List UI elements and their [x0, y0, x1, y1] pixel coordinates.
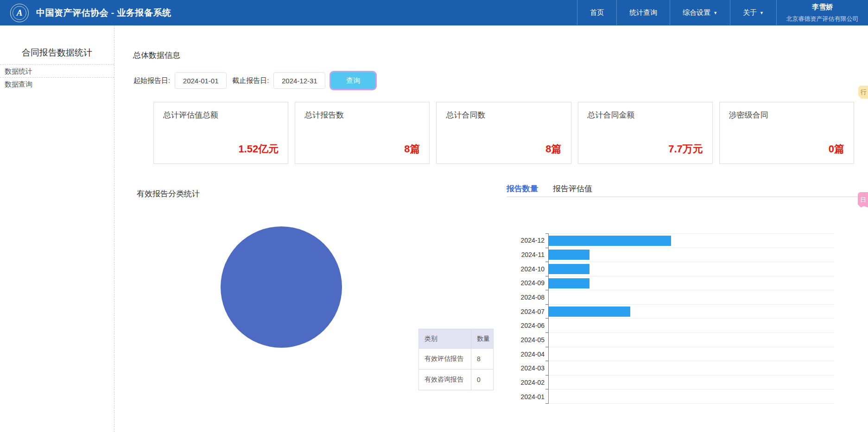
bar — [549, 307, 630, 317]
bar-axis-label: 2024-06 — [489, 319, 545, 333]
stat-card-value: 8篇 — [545, 142, 561, 156]
stat-card-value: 1.52亿元 — [238, 142, 279, 156]
nav-item-label: 首页 — [590, 8, 604, 17]
bar-axis-label: 2024-09 — [489, 276, 545, 290]
nav-item-home[interactable]: 首页 — [577, 0, 616, 25]
tab-report-value[interactable]: 报告评估值 — [553, 183, 592, 194]
bar — [549, 264, 589, 274]
table-row: 有效评估报告8 — [419, 349, 494, 369]
nav-item-statistics-query[interactable]: 统计查询 — [616, 0, 670, 25]
sidebar-item-data-query[interactable]: 数据查询 — [0, 78, 114, 91]
start-date-input[interactable] — [175, 72, 227, 89]
stat-card: 总计合同数8篇 — [436, 102, 571, 164]
bar-axis-label: 2024-05 — [489, 333, 545, 347]
stat-card-value: 0篇 — [829, 142, 844, 156]
table-row: 有效咨询报告0 — [419, 369, 494, 390]
main-content: 总体数据信息 起始报告日: 截止报告日: 查询 总计评估值总额1.52亿元总计报… — [114, 25, 868, 432]
bar-chart-row — [549, 276, 834, 291]
nav-menu: 首页统计查询综合设置▼关于▼ 李雪娇 北京睿德资产评估有限公司 — [577, 0, 868, 25]
bar-chart-row — [549, 233, 834, 248]
stat-card-value: 8篇 — [404, 142, 420, 156]
nav-item-label: 综合设置 — [683, 8, 710, 17]
bar-chart-axis-labels: 2024-122024-112024-102024-092024-082024-… — [489, 233, 545, 404]
table-cell-category: 有效咨询报告 — [419, 369, 471, 390]
bar-axis-label: 2024-03 — [489, 361, 545, 376]
section-title-overview: 总体数据信息 — [133, 50, 180, 61]
pie-section-title: 有效报告分类统计 — [137, 188, 200, 199]
bar-chart-row — [549, 319, 834, 333]
nav-item-label: 统计查询 — [629, 8, 657, 17]
bar-axis-label: 2024-10 — [489, 262, 545, 276]
user-name: 李雪娇 — [812, 3, 833, 12]
stat-card-title: 涉密级合同 — [729, 110, 844, 120]
pie-chart — [221, 226, 342, 348]
bar-chart-row — [549, 262, 834, 276]
stat-card: 涉密级合同0篇 — [719, 102, 854, 164]
brand: A 中国资产评估协会 - 业务报备系统 — [0, 0, 171, 25]
stat-card: 总计评估值总额1.52亿元 — [153, 102, 288, 164]
bar-axis-label: 2024-02 — [489, 376, 545, 390]
user-company: 北京睿德资产评估有限公司 — [786, 15, 859, 23]
category-table: 类别 数量 有效评估报告8有效咨询报告0 — [418, 329, 494, 390]
bar-chart-row — [549, 361, 834, 376]
end-date-label: 截止报告日: — [232, 76, 269, 85]
bar-chart-row — [549, 347, 834, 362]
bar-axis-label: 2024-07 — [489, 304, 545, 319]
bar-axis-label: 2024-01 — [489, 389, 545, 404]
query-button[interactable]: 查询 — [331, 72, 375, 89]
bar — [549, 278, 589, 288]
bar-axis-label: 2024-04 — [489, 347, 545, 361]
bar-axis-label: 2024-12 — [489, 233, 545, 248]
stat-cards: 总计评估值总额1.52亿元总计报告数8篇总计合同数8篇总计合同金额7.7万元涉密… — [153, 102, 854, 164]
edge-tag-pink[interactable]: 日 — [858, 192, 868, 207]
bar-chart-row — [549, 305, 834, 319]
nav-item-about[interactable]: 关于▼ — [730, 0, 776, 25]
edge-tag-yellow[interactable]: 行 — [858, 86, 868, 99]
bar-chart-plot — [548, 233, 834, 404]
table-cell-category: 有效评估报告 — [419, 349, 471, 369]
table-header-category: 类别 — [419, 329, 471, 349]
nav-item-general-settings[interactable]: 综合设置▼ — [670, 0, 730, 25]
stat-card-title: 总计合同金额 — [588, 110, 703, 120]
stat-card-title: 总计评估值总额 — [163, 110, 279, 120]
bar-axis-label: 2024-08 — [489, 290, 545, 305]
end-date-input[interactable] — [273, 72, 325, 89]
nav-item-label: 关于 — [743, 8, 757, 17]
bar-chart-row — [549, 333, 834, 347]
user-info[interactable]: 李雪娇 北京睿德资产评估有限公司 — [776, 0, 868, 25]
top-navbar: A 中国资产评估协会 - 业务报备系统 首页统计查询综合设置▼关于▼ 李雪娇 北… — [0, 0, 868, 25]
bar-chart: 2024-122024-112024-102024-092024-082024-… — [489, 233, 834, 404]
stat-card-value: 7.7万元 — [668, 142, 703, 156]
stat-card: 总计报告数8篇 — [295, 102, 430, 164]
tabs-underline — [507, 196, 858, 197]
sidebar: 合同报告数据统计 数据统计数据查询 — [0, 25, 114, 432]
bar-axis-label: 2024-11 — [489, 248, 545, 262]
bar-chart-row — [549, 389, 834, 404]
bar-chart-row — [549, 290, 834, 305]
bar-chart-row — [549, 376, 834, 390]
caret-down-icon: ▼ — [713, 11, 717, 15]
bar — [549, 250, 589, 260]
filter-bar: 起始报告日: 截止报告日: 查询 — [133, 72, 375, 89]
sidebar-item-data-statistics[interactable]: 数据统计 — [0, 65, 114, 78]
association-seal-icon: A — [10, 4, 29, 22]
stat-card: 总计合同金额7.7万元 — [578, 102, 713, 164]
report-tabs: 报告数量报告评估值 — [507, 183, 592, 194]
logo-letter: A — [17, 8, 23, 17]
brand-title: 中国资产评估协会 - 业务报备系统 — [36, 7, 171, 19]
caret-down-icon: ▼ — [760, 11, 764, 15]
start-date-label: 起始报告日: — [133, 76, 170, 85]
tab-report-count[interactable]: 报告数量 — [507, 183, 538, 194]
bar — [549, 236, 671, 246]
stat-card-title: 总计报告数 — [304, 110, 420, 120]
sidebar-title: 合同报告数据统计 — [0, 47, 114, 59]
bar-chart-row — [549, 248, 834, 263]
stat-card-title: 总计合同数 — [446, 110, 561, 120]
app-root: A 中国资产评估协会 - 业务报备系统 首页统计查询综合设置▼关于▼ 李雪娇 北… — [0, 0, 868, 432]
